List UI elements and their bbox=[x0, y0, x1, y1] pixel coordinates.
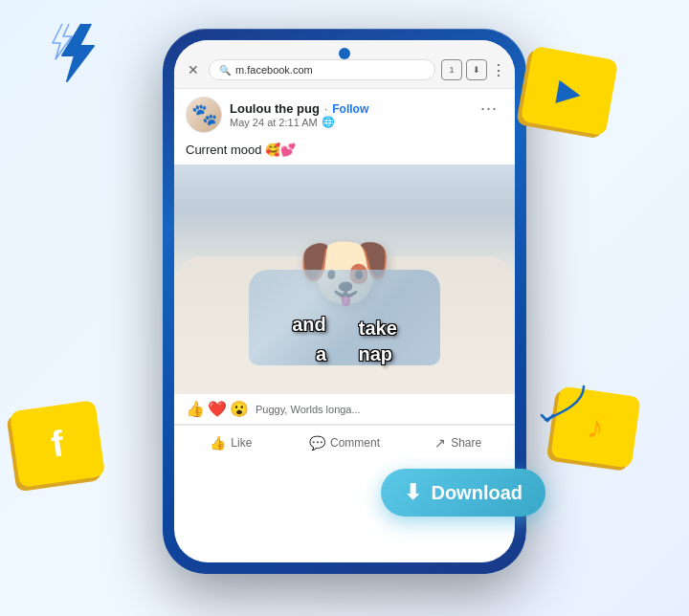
subtitle-word-take: take bbox=[359, 318, 397, 340]
subtitle-word-and: and bbox=[292, 314, 326, 340]
camera-notch bbox=[339, 48, 350, 59]
user-details: Loulou the pug · Follow May 24 at 2:11 A… bbox=[230, 101, 368, 128]
search-icon: 🔍 bbox=[219, 65, 231, 76]
post-video-thumbnail[interactable]: 🐶 and take a nap bbox=[174, 165, 515, 394]
download-label: Download bbox=[431, 482, 522, 504]
browser-menu-button[interactable]: ⋮ bbox=[491, 61, 505, 79]
subtitle-word-a: a nap bbox=[193, 343, 496, 365]
download-button-wrapper: ⬇ Download bbox=[381, 469, 545, 517]
arrow-decoration bbox=[536, 377, 593, 425]
lightning-decoration bbox=[48, 19, 105, 86]
post-action-buttons: 👍 Like 💬 Comment ↗ Share bbox=[174, 425, 515, 460]
post-user-info: 🐾 Loulou the pug · Follow May 24 at 2:11… bbox=[186, 97, 368, 133]
like-label: Like bbox=[231, 436, 252, 450]
video-book-decoration: ▶ bbox=[521, 46, 619, 136]
like-icon: 👍 bbox=[210, 435, 226, 451]
facebook-f-icon: f bbox=[49, 423, 67, 465]
post-meta: May 24 at 2:11 AM 🌐 bbox=[230, 116, 368, 128]
post-header: 🐾 Loulou the pug · Follow May 24 at 2:11… bbox=[174, 89, 515, 141]
share-button[interactable]: ↗ Share bbox=[401, 428, 515, 458]
dot-separator: · bbox=[324, 102, 327, 116]
avatar: 🐾 bbox=[186, 97, 222, 133]
browser-action-buttons: 1 ⬇ ⋮ bbox=[441, 59, 505, 80]
reaction-count-text: Puggy, Worlds longa... bbox=[256, 404, 361, 415]
url-bar[interactable]: 🔍 m.facebook.com bbox=[209, 59, 435, 80]
share-label: Share bbox=[451, 436, 481, 450]
phone-frame: ✕ 🔍 m.facebook.com 1 ⬇ ⋮ bbox=[163, 29, 526, 574]
post-text-content: Current mood 🥰💕 bbox=[186, 143, 296, 157]
user-name[interactable]: Loulou the pug bbox=[230, 101, 320, 116]
comment-icon: 💬 bbox=[309, 435, 325, 451]
follow-button[interactable]: Follow bbox=[332, 102, 368, 116]
video-play-icon: ▶ bbox=[554, 71, 584, 111]
browser-close-button[interactable]: ✕ bbox=[184, 60, 203, 79]
post-menu-button[interactable]: ··· bbox=[475, 97, 503, 121]
reactions-bar: 👍 ❤️ 😮 Puggy, Worlds longa... bbox=[174, 394, 515, 425]
subtitle-overlay: and take a nap bbox=[174, 314, 515, 365]
share-icon: ↗ bbox=[434, 435, 446, 451]
reaction-emojis: 👍 ❤️ 😮 Puggy, Worlds longa... bbox=[186, 400, 361, 418]
heart-reaction-icon: ❤️ bbox=[208, 400, 227, 418]
comment-button[interactable]: 💬 Comment bbox=[288, 428, 402, 458]
privacy-icon: 🌐 bbox=[322, 116, 335, 128]
url-text: m.facebook.com bbox=[235, 64, 313, 76]
tab-number: 1 bbox=[449, 65, 454, 75]
like-button[interactable]: 👍 Like bbox=[174, 428, 288, 458]
facebook-book-decoration: f bbox=[10, 400, 105, 488]
pug-scene: 🐶 and take a nap bbox=[174, 165, 515, 394]
like-reaction-icon: 👍 bbox=[186, 400, 205, 418]
avatar-image: 🐾 bbox=[191, 102, 217, 127]
download-browser-button[interactable]: ⬇ bbox=[466, 59, 487, 80]
facebook-post: 🐾 Loulou the pug · Follow May 24 at 2:11… bbox=[174, 89, 515, 460]
download-button[interactable]: ⬇ Download bbox=[381, 469, 545, 517]
download-icon: ⬇ bbox=[404, 480, 421, 505]
comment-label: Comment bbox=[330, 436, 380, 450]
post-date: May 24 at 2:11 AM bbox=[230, 117, 318, 128]
user-name-row: Loulou the pug · Follow bbox=[230, 101, 368, 116]
download-browser-icon: ⬇ bbox=[473, 65, 480, 75]
post-text: Current mood 🥰💕 bbox=[174, 141, 515, 165]
tab-counter-button[interactable]: 1 bbox=[441, 59, 462, 80]
wow-reaction-icon: 😮 bbox=[230, 400, 249, 418]
